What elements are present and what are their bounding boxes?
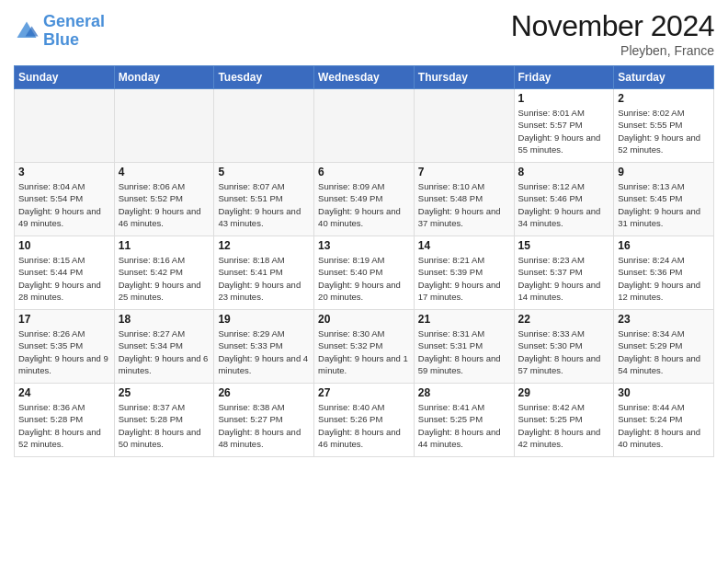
logo: General Blue — [14, 13, 105, 50]
day-info: Sunrise: 8:29 AMSunset: 5:33 PMDaylight:… — [218, 328, 308, 375]
day-number: 9 — [618, 166, 710, 178]
day-number: 22 — [518, 313, 610, 326]
page: General Blue November 2024 Pleyben, Fran… — [0, 0, 728, 466]
day-number: 14 — [418, 239, 510, 252]
day-number: 3 — [18, 166, 110, 178]
col-saturday: Saturday — [614, 66, 714, 89]
cell-3-4: 21 Sunrise: 8:31 AMSunset: 5:31 PMDaylig… — [414, 310, 514, 384]
day-info: Sunrise: 8:27 AMSunset: 5:34 PMDaylight:… — [119, 328, 209, 375]
cell-4-1: 25 Sunrise: 8:37 AMSunset: 5:28 PMDaylig… — [114, 384, 214, 457]
day-number: 10 — [18, 239, 110, 252]
page-title: November 2024 — [511, 9, 714, 43]
cell-2-1: 11 Sunrise: 8:16 AMSunset: 5:42 PMDaylig… — [114, 236, 214, 310]
day-info: Sunrise: 8:38 AMSunset: 5:27 PMDaylight:… — [218, 402, 301, 449]
cell-0-1 — [114, 89, 214, 163]
cell-3-0: 17 Sunrise: 8:26 AMSunset: 5:35 PMDaylig… — [15, 310, 115, 384]
day-info: Sunrise: 8:23 AMSunset: 5:37 PMDaylight:… — [518, 255, 601, 302]
day-number: 4 — [119, 166, 210, 178]
cell-1-2: 5 Sunrise: 8:07 AMSunset: 5:51 PMDayligh… — [214, 163, 314, 236]
cell-1-5: 8 Sunrise: 8:12 AMSunset: 5:46 PMDayligh… — [514, 163, 614, 236]
day-number: 1 — [518, 92, 610, 105]
cell-4-5: 29 Sunrise: 8:42 AMSunset: 5:25 PMDaylig… — [514, 384, 614, 457]
day-info: Sunrise: 8:07 AMSunset: 5:51 PMDaylight:… — [218, 181, 301, 228]
cell-3-3: 20 Sunrise: 8:30 AMSunset: 5:32 PMDaylig… — [314, 310, 415, 384]
day-number: 5 — [218, 166, 310, 178]
week-row-0: 1 Sunrise: 8:01 AMSunset: 5:57 PMDayligh… — [15, 89, 714, 163]
day-number: 16 — [618, 239, 710, 252]
day-info: Sunrise: 8:02 AMSunset: 5:55 PMDaylight:… — [618, 108, 700, 155]
day-number: 20 — [318, 313, 410, 326]
calendar-body: 1 Sunrise: 8:01 AMSunset: 5:57 PMDayligh… — [15, 89, 714, 457]
day-info: Sunrise: 8:01 AMSunset: 5:57 PMDaylight:… — [518, 108, 601, 155]
day-info: Sunrise: 8:36 AMSunset: 5:28 PMDaylight:… — [18, 402, 101, 449]
day-number: 18 — [119, 313, 210, 326]
week-row-2: 10 Sunrise: 8:15 AMSunset: 5:44 PMDaylig… — [15, 236, 714, 310]
col-wednesday: Wednesday — [314, 66, 415, 89]
day-info: Sunrise: 8:16 AMSunset: 5:42 PMDaylight:… — [119, 255, 201, 302]
col-thursday: Thursday — [414, 66, 514, 89]
day-number: 24 — [18, 386, 110, 399]
day-info: Sunrise: 8:40 AMSunset: 5:26 PMDaylight:… — [318, 402, 401, 449]
cell-1-1: 4 Sunrise: 8:06 AMSunset: 5:52 PMDayligh… — [114, 163, 214, 236]
cell-0-5: 1 Sunrise: 8:01 AMSunset: 5:57 PMDayligh… — [514, 89, 614, 163]
week-row-1: 3 Sunrise: 8:04 AMSunset: 5:54 PMDayligh… — [15, 163, 714, 236]
day-info: Sunrise: 8:19 AMSunset: 5:40 PMDaylight:… — [318, 255, 401, 302]
cell-1-3: 6 Sunrise: 8:09 AMSunset: 5:49 PMDayligh… — [314, 163, 415, 236]
page-subtitle: Pleyben, France — [511, 43, 714, 58]
col-tuesday: Tuesday — [214, 66, 314, 89]
cell-2-2: 12 Sunrise: 8:18 AMSunset: 5:41 PMDaylig… — [214, 236, 314, 310]
day-info: Sunrise: 8:12 AMSunset: 5:46 PMDaylight:… — [518, 181, 601, 228]
day-info: Sunrise: 8:21 AMSunset: 5:39 PMDaylight:… — [418, 255, 501, 302]
day-info: Sunrise: 8:26 AMSunset: 5:35 PMDaylight:… — [18, 328, 108, 375]
day-number: 2 — [618, 92, 710, 105]
day-number: 25 — [119, 386, 210, 399]
day-info: Sunrise: 8:33 AMSunset: 5:30 PMDaylight:… — [518, 328, 601, 375]
day-info: Sunrise: 8:24 AMSunset: 5:36 PMDaylight:… — [618, 255, 700, 302]
day-number: 23 — [618, 313, 710, 326]
day-info: Sunrise: 8:41 AMSunset: 5:25 PMDaylight:… — [418, 402, 501, 449]
day-info: Sunrise: 8:13 AMSunset: 5:45 PMDaylight:… — [618, 181, 700, 228]
title-block: November 2024 Pleyben, France — [511, 9, 714, 58]
day-number: 13 — [318, 239, 410, 252]
day-info: Sunrise: 8:06 AMSunset: 5:52 PMDaylight:… — [119, 181, 201, 228]
calendar-header: Sunday Monday Tuesday Wednesday Thursday… — [15, 66, 714, 89]
cell-2-0: 10 Sunrise: 8:15 AMSunset: 5:44 PMDaylig… — [15, 236, 115, 310]
day-info: Sunrise: 8:04 AMSunset: 5:54 PMDaylight:… — [18, 181, 101, 228]
col-monday: Monday — [114, 66, 214, 89]
week-row-3: 17 Sunrise: 8:26 AMSunset: 5:35 PMDaylig… — [15, 310, 714, 384]
header-row-days: Sunday Monday Tuesday Wednesday Thursday… — [15, 66, 714, 89]
col-sunday: Sunday — [15, 66, 115, 89]
day-info: Sunrise: 8:34 AMSunset: 5:29 PMDaylight:… — [618, 328, 700, 375]
day-number: 21 — [418, 313, 510, 326]
cell-3-1: 18 Sunrise: 8:27 AMSunset: 5:34 PMDaylig… — [114, 310, 214, 384]
col-friday: Friday — [514, 66, 614, 89]
cell-2-6: 16 Sunrise: 8:24 AMSunset: 5:36 PMDaylig… — [614, 236, 714, 310]
day-info: Sunrise: 8:10 AMSunset: 5:48 PMDaylight:… — [418, 181, 501, 228]
day-number: 26 — [218, 386, 310, 399]
cell-0-6: 2 Sunrise: 8:02 AMSunset: 5:55 PMDayligh… — [614, 89, 714, 163]
cell-4-4: 28 Sunrise: 8:41 AMSunset: 5:25 PMDaylig… — [414, 384, 514, 457]
cell-0-4 — [414, 89, 514, 163]
day-number: 12 — [218, 239, 310, 252]
cell-1-4: 7 Sunrise: 8:10 AMSunset: 5:48 PMDayligh… — [414, 163, 514, 236]
day-number: 11 — [119, 239, 210, 252]
cell-3-5: 22 Sunrise: 8:33 AMSunset: 5:30 PMDaylig… — [514, 310, 614, 384]
logo-general: General — [43, 12, 105, 30]
cell-2-3: 13 Sunrise: 8:19 AMSunset: 5:40 PMDaylig… — [314, 236, 415, 310]
day-number: 17 — [18, 313, 110, 326]
cell-1-6: 9 Sunrise: 8:13 AMSunset: 5:45 PMDayligh… — [614, 163, 714, 236]
logo-blue: Blue — [43, 30, 79, 49]
cell-0-0 — [15, 89, 115, 163]
week-row-4: 24 Sunrise: 8:36 AMSunset: 5:28 PMDaylig… — [15, 384, 714, 457]
logo-text: General Blue — [43, 13, 105, 50]
day-info: Sunrise: 8:37 AMSunset: 5:28 PMDaylight:… — [119, 402, 201, 449]
day-info: Sunrise: 8:42 AMSunset: 5:25 PMDaylight:… — [518, 402, 601, 449]
day-number: 30 — [618, 386, 710, 399]
day-number: 19 — [218, 313, 310, 326]
day-info: Sunrise: 8:30 AMSunset: 5:32 PMDaylight:… — [318, 328, 408, 375]
cell-0-2 — [214, 89, 314, 163]
day-number: 6 — [318, 166, 410, 178]
cell-0-3 — [314, 89, 415, 163]
day-number: 15 — [518, 239, 610, 252]
cell-2-5: 15 Sunrise: 8:23 AMSunset: 5:37 PMDaylig… — [514, 236, 614, 310]
